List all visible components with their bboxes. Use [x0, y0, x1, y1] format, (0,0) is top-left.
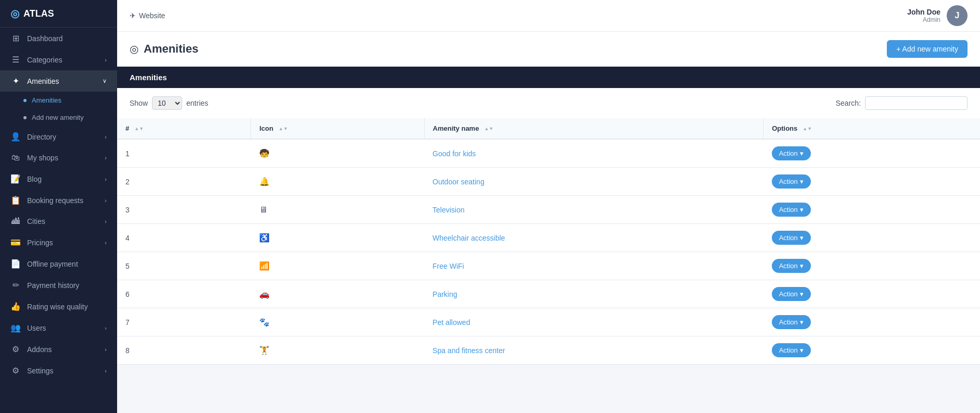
search-input[interactable]: [865, 96, 968, 110]
table-controls: Show 10 25 50 100 entries Search:: [117, 88, 980, 118]
cell-icon: 🧒: [251, 139, 424, 168]
sidebar-label-users: Users: [27, 324, 46, 332]
sidebar-item-users[interactable]: 👥 Users ›: [0, 317, 117, 339]
sidebar-item-my-shops[interactable]: 🛍 My shops ›: [0, 147, 117, 168]
main-content: ✈ Website John Doe Admin J ◎ Amenities +…: [117, 0, 980, 413]
sidebar-item-offline-payment[interactable]: 📄 Offline payment: [0, 253, 117, 274]
cell-options: Action ▾: [763, 224, 980, 252]
table-row: 3 🖥 Television Action ▾: [117, 196, 980, 224]
cell-amenity-name: Outdoor seating: [424, 168, 763, 196]
table-row: 1 🧒 Good for kids Action ▾: [117, 139, 980, 168]
amenity-name-link[interactable]: Wheelchair accessible: [432, 234, 505, 242]
sidebar-item-booking-requests[interactable]: 📋 Booking requests ›: [0, 190, 117, 211]
avatar[interactable]: J: [947, 5, 968, 26]
user-name: John Doe: [907, 8, 940, 16]
sidebar-item-directory[interactable]: 👤 Directory ›: [0, 126, 117, 147]
sidebar-label-rating: Rating wise quality: [27, 303, 88, 311]
action-button[interactable]: Action ▾: [772, 287, 811, 301]
sidebar-item-blog[interactable]: 📝 Blog ›: [0, 168, 117, 190]
sidebar-label-offline-payment: Offline payment: [27, 260, 78, 268]
sidebar-subitem-amenities[interactable]: Amenities: [0, 92, 117, 109]
sidebar-item-settings[interactable]: ⚙ Settings ›: [0, 360, 117, 381]
show-label: Show: [130, 99, 148, 107]
sidebar-item-pricings[interactable]: 💳 Pricings ›: [0, 232, 117, 253]
website-label: Website: [139, 11, 165, 20]
table-row: 8 🏋 Spa and fitness center Action ▾: [117, 336, 980, 365]
amenity-name-link[interactable]: Pet allowed: [432, 318, 470, 327]
user-role: Admin: [907, 16, 940, 23]
cell-amenity-name: Spa and fitness center: [424, 336, 763, 365]
add-button-label: + Add new amenity: [896, 45, 958, 53]
page-content: ◎ Amenities + Add new amenity Amenities …: [117, 32, 980, 413]
sort-icon-icon[interactable]: ▲▼: [278, 126, 288, 131]
topbar: ✈ Website John Doe Admin J: [117, 0, 980, 32]
cell-icon: 📶: [251, 252, 424, 280]
directory-icon: 👤: [10, 132, 21, 142]
sidebar-label-booking: Booking requests: [27, 196, 83, 205]
table-row: 4 ♿ Wheelchair accessible Action ▾: [117, 224, 980, 252]
website-icon: ✈: [130, 11, 136, 20]
dot-icon-add: [23, 116, 27, 119]
action-chevron-icon: ▾: [800, 149, 804, 157]
action-chevron-icon: ▾: [800, 290, 804, 298]
action-chevron-icon: ▾: [800, 346, 804, 354]
sidebar-item-cities[interactable]: 🏙 Cities ›: [0, 211, 117, 232]
chevron-right-icon: ›: [105, 57, 107, 63]
sidebar-item-payment-history[interactable]: ✏ Payment history: [0, 274, 117, 296]
action-chevron-icon: ▾: [800, 262, 804, 270]
cell-number: 5: [117, 252, 251, 280]
action-chevron-icon: ▾: [800, 234, 804, 242]
cell-options: Action ▾: [763, 196, 980, 224]
logo-icon: ◎: [10, 7, 19, 20]
rating-icon: 👍: [10, 302, 21, 311]
topbar-website-link[interactable]: ✈ Website: [130, 11, 165, 20]
sidebar-logo: ◎ ATLAS: [0, 0, 117, 28]
booking-icon: 📋: [10, 195, 21, 205]
action-button[interactable]: Action ▾: [772, 203, 811, 217]
amenity-name-link[interactable]: Parking: [432, 290, 457, 298]
sidebar-navigation: ⊞ Dashboard ☰ Categories › ✦ Amenities ∨…: [0, 28, 117, 413]
sidebar-item-amenities[interactable]: ✦ Amenities ∨: [0, 70, 117, 92]
sort-icon-name[interactable]: ▲▼: [484, 126, 493, 131]
action-button[interactable]: Action ▾: [772, 343, 811, 357]
cities-icon: 🏙: [10, 217, 21, 226]
sidebar-label-payment-history: Payment history: [27, 281, 79, 290]
blog-icon: 📝: [10, 174, 21, 184]
sidebar-item-dashboard[interactable]: ⊞ Dashboard: [0, 28, 117, 49]
sidebar-subitem-add-amenity[interactable]: Add new amenity: [0, 109, 117, 126]
dot-icon: [23, 99, 27, 102]
sidebar-label-settings: Settings: [27, 367, 54, 375]
amenity-name-link[interactable]: Outdoor seating: [432, 178, 485, 186]
subitem-label-add-amenity: Add new amenity: [32, 114, 84, 121]
cell-amenity-name: Free WiFi: [424, 252, 763, 280]
chevron-right-booking: ›: [105, 197, 107, 204]
sidebar-item-addons[interactable]: ⚙ Addons ›: [0, 339, 117, 360]
settings-icon: ⚙: [10, 366, 21, 376]
amenity-name-link[interactable]: Television: [432, 206, 464, 214]
table-row: 5 📶 Free WiFi Action ▾: [117, 252, 980, 280]
table-row: 2 🔔 Outdoor seating Action ▾: [117, 168, 980, 196]
cell-amenity-name: Good for kids: [424, 139, 763, 168]
cell-options: Action ▾: [763, 139, 980, 168]
show-entries: Show 10 25 50 100 entries: [130, 96, 208, 110]
action-button[interactable]: Action ▾: [772, 174, 811, 189]
search-label: Search:: [836, 99, 861, 107]
add-new-amenity-button[interactable]: + Add new amenity: [887, 40, 968, 58]
table-row: 6 🚗 Parking Action ▾: [117, 280, 980, 308]
sidebar-item-rating-wise-quality[interactable]: 👍 Rating wise quality: [0, 296, 117, 317]
table-section: Amenities Show 10 25 50 100 entries Sear…: [117, 67, 980, 365]
entries-select[interactable]: 10 25 50 100: [152, 96, 182, 110]
sort-icon-options[interactable]: ▲▼: [803, 126, 812, 131]
sidebar: ◎ ATLAS ⊞ Dashboard ☰ Categories › ✦ Ame…: [0, 0, 117, 413]
action-button[interactable]: Action ▾: [772, 146, 811, 160]
action-button[interactable]: Action ▾: [772, 259, 811, 273]
action-button[interactable]: Action ▾: [772, 231, 811, 245]
sort-icon-number[interactable]: ▲▼: [134, 126, 144, 131]
amenity-name-link[interactable]: Free WiFi: [432, 262, 464, 270]
sidebar-label-blog: Blog: [27, 175, 42, 183]
action-chevron-icon: ▾: [800, 178, 804, 185]
sidebar-item-categories[interactable]: ☰ Categories ›: [0, 49, 117, 70]
action-button[interactable]: Action ▾: [772, 315, 811, 329]
amenity-name-link[interactable]: Good for kids: [432, 149, 476, 158]
amenity-name-link[interactable]: Spa and fitness center: [432, 346, 505, 355]
